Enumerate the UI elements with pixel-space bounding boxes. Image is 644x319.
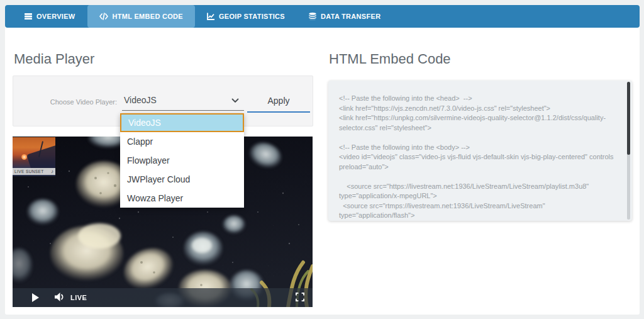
volume-button[interactable] — [53, 291, 67, 304]
code-line: <link href="https://vjs.zencdn.net/7.3.0… — [339, 104, 620, 114]
tab-geoip-statistics[interactable]: GEOIP STATISTICS — [195, 5, 297, 28]
thumbnail-caption: LIVE SUNSET — [14, 169, 44, 174]
tab-html-embed-code[interactable]: HTML EMBED CODE — [87, 5, 195, 28]
tab-label: OVERVIEW — [36, 13, 75, 20]
sun-graphic — [21, 154, 27, 160]
choose-player-label: Choose Video Player: — [13, 98, 117, 106]
dropdown-option-clappr[interactable]: Clappr — [120, 132, 244, 151]
dropdown-option-videojs[interactable]: VideoJS — [120, 113, 244, 132]
apply-button[interactable]: Apply — [247, 90, 310, 113]
tab-overview[interactable]: OVERVIEW — [13, 5, 87, 28]
embed-code-panel: <!-- Paste the following into the <head>… — [328, 81, 632, 221]
pip-thumbnail[interactable]: LIVE SUNSET ♪ — [13, 137, 55, 176]
dropdown-option-wowza-player[interactable]: Wowza Player — [120, 189, 244, 208]
dropdown-option-jwplayer-cloud[interactable]: JWPlayer Cloud — [120, 170, 244, 189]
code-line: <p class="vjs-no-js"> — [339, 221, 620, 221]
database-icon — [309, 13, 316, 20]
player-dropdown: VideoJS Clappr Flowplayer JWPlayer Cloud… — [120, 113, 244, 208]
tab-bar: OVERVIEW HTML EMBED CODE GEOIP STATISTIC… — [5, 5, 640, 28]
media-player-title: Media Player — [14, 51, 94, 67]
music-note-icon: ♪ — [51, 169, 53, 174]
page: OVERVIEW HTML EMBED CODE GEOIP STATISTIC… — [0, 0, 644, 319]
code-scrollbar-thumb[interactable] — [627, 82, 630, 155]
code-line: <video id="videojs" class="video-js vjs-… — [339, 152, 620, 172]
embed-code-text: <!-- Paste the following into the <head>… — [339, 94, 620, 221]
embed-code-title: HTML Embed Code — [329, 51, 451, 67]
tab-label: DATA TRANSFER — [321, 13, 380, 20]
code-icon — [99, 13, 108, 20]
player-select[interactable]: VideoJS — [122, 91, 244, 111]
chart-line-icon — [207, 13, 214, 20]
list-icon — [25, 13, 32, 20]
player-select-value: VideoJS — [124, 95, 157, 105]
code-line: <!-- Paste the following into the <head>… — [339, 94, 620, 104]
tab-data-transfer[interactable]: DATA TRANSFER — [297, 5, 392, 28]
tab-label: HTML EMBED CODE — [113, 13, 183, 20]
code-line — [339, 133, 620, 143]
tab-label: GEOIP STATISTICS — [219, 13, 285, 20]
code-line: <source src="https://livestream.net:1936… — [339, 182, 620, 201]
code-line: <source src="rtmps://livestream.net:1936… — [339, 201, 620, 221]
code-line: <link href="https://unpkg.com/silvermine… — [339, 113, 620, 133]
live-indicator: LIVE — [70, 294, 87, 301]
code-line: <!-- Paste the following into the <body>… — [339, 143, 620, 153]
fullscreen-button[interactable] — [294, 291, 306, 304]
dropdown-option-flowplayer[interactable]: Flowplayer — [120, 151, 244, 170]
code-line — [339, 172, 620, 182]
play-button[interactable] — [29, 291, 42, 304]
thumbnail-caption-bar: LIVE SUNSET ♪ — [13, 168, 55, 175]
video-control-bar: LIVE — [13, 288, 313, 307]
